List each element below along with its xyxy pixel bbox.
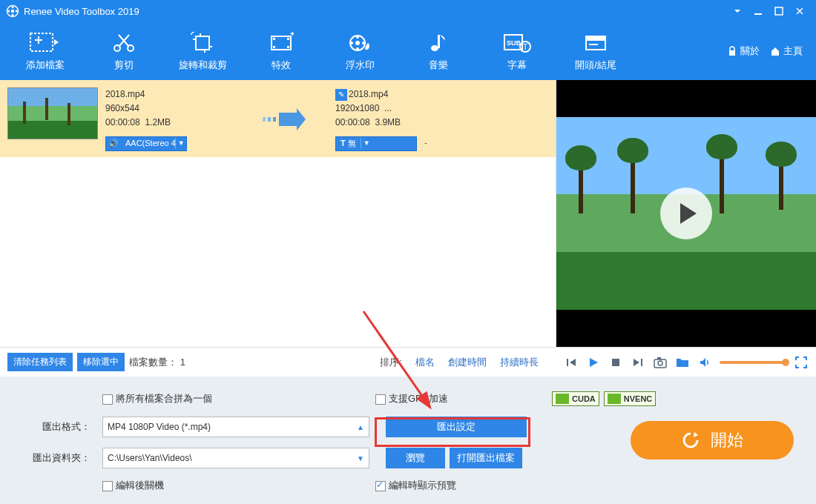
preview-checkbox[interactable]: 編輯時顯示預覽 (375, 479, 546, 492)
crop-icon (190, 30, 215, 56)
chevron-up-icon: ▲ (357, 423, 364, 431)
output-resolution: 1920x1080 ... (335, 102, 487, 116)
home-link[interactable]: 主頁 (770, 44, 803, 58)
nvidia-icon (556, 394, 569, 404)
svg-rect-34 (589, 44, 598, 45)
svg-point-1 (11, 10, 15, 13)
svg-point-3 (12, 14, 14, 16)
fullscreen-button[interactable] (794, 355, 809, 370)
clear-list-button[interactable]: 清除任務列表 (7, 353, 73, 371)
cut-button[interactable]: 剪切 (85, 30, 163, 72)
format-select[interactable]: MP4 1080P Video (*.mp4)▲ (102, 417, 369, 437)
svg-point-4 (7, 10, 10, 13)
rotate-crop-button[interactable]: 旋轉和裁剪 (163, 30, 242, 72)
export-panel: 將所有檔案合拼為一個 支援GPU加速 CUDA NVENC 匯出格式： MP4 … (0, 377, 816, 504)
play-button[interactable] (660, 188, 712, 239)
svg-rect-10 (38, 36, 39, 44)
file-count-label: 檔案數量： 1 (129, 356, 185, 369)
subtitle-track-select[interactable]: T 無▼ (335, 136, 417, 151)
refresh-icon (681, 431, 700, 450)
minimize-button[interactable] (748, 4, 769, 19)
stop-button[interactable] (608, 355, 623, 370)
svg-point-22 (356, 36, 359, 39)
nvenc-badge: NVENC (604, 391, 657, 406)
svg-point-26 (431, 45, 438, 51)
svg-rect-16 (273, 46, 275, 48)
file-list: 2018.mp4 960x544 00:00:08 1.2MB 🔊AAC(Ste… (0, 80, 556, 347)
gpu-checkbox[interactable]: 支援GPU加速 (375, 392, 448, 405)
sort-by-created[interactable]: 創建時間 (448, 356, 487, 369)
tool-label: 音樂 (429, 59, 448, 72)
svg-rect-27 (438, 35, 440, 48)
sort-by-duration[interactable]: 持續時長 (500, 356, 539, 369)
svg-rect-13 (196, 36, 209, 50)
chevron-down-icon: ▼ (361, 138, 372, 148)
svg-point-23 (356, 47, 359, 50)
maximize-button[interactable] (769, 4, 789, 19)
add-file-icon (29, 30, 62, 56)
about-link[interactable]: 關於 (727, 44, 760, 58)
format-label: 匯出格式： (7, 420, 96, 434)
watermark-icon (347, 30, 372, 56)
music-note-icon (427, 30, 450, 56)
shutdown-checkbox[interactable]: 編輯後關機 (102, 479, 369, 492)
remove-selected-button[interactable]: 移除選中 (77, 353, 125, 371)
play-control-button[interactable] (586, 355, 601, 370)
merge-checkbox[interactable]: 將所有檔案合拼為一個 (102, 392, 369, 405)
tool-label: 開頭/結尾 (575, 59, 616, 72)
audio-track-select[interactable]: 🔊AAC(Stereo 4▼ (105, 136, 187, 151)
add-file-button[interactable]: 添加檔案 (6, 30, 85, 72)
folder-label: 匯出資料夾： (7, 451, 96, 465)
svg-rect-15 (273, 38, 275, 40)
placeholder-dash: - (424, 136, 487, 150)
sort-by-name[interactable]: 檔名 (415, 356, 435, 369)
svg-text:✦: ✦ (289, 32, 294, 38)
file-row[interactable]: 2018.mp4 960x544 00:00:08 1.2MB 🔊AAC(Ste… (0, 80, 556, 157)
svg-point-21 (355, 41, 360, 45)
svg-point-2 (12, 6, 14, 8)
svg-point-43 (658, 361, 662, 365)
music-button[interactable]: 音樂 (399, 30, 478, 72)
open-export-button[interactable]: 打開匯出檔案 (450, 448, 522, 468)
svg-rect-41 (641, 359, 642, 366)
file-resolution: 960x544 (105, 102, 231, 116)
svg-rect-18 (287, 46, 289, 48)
chevron-down-icon: ▼ (357, 454, 364, 462)
svg-rect-40 (612, 359, 619, 366)
dropdown-menu-button[interactable] (727, 4, 748, 19)
tool-label: 剪切 (114, 59, 134, 72)
home-icon (770, 46, 780, 56)
volume-button[interactable] (697, 355, 712, 370)
tool-label: 浮水印 (346, 59, 375, 72)
lock-icon (727, 46, 737, 56)
folder-select[interactable]: C:\Users\Yan\Videos\▼ (102, 448, 369, 468)
chevron-down-icon: ▼ (175, 138, 186, 148)
subtitle-button[interactable]: SUBT 字幕 (478, 30, 556, 72)
edit-badge-icon: ✎ (335, 89, 347, 101)
intro-outro-button[interactable]: 開頭/結尾 (556, 30, 635, 72)
tool-label: 添加檔案 (26, 59, 65, 72)
svg-rect-6 (754, 13, 762, 15)
prev-button[interactable] (564, 355, 579, 370)
open-folder-button[interactable] (675, 355, 690, 370)
snapshot-button[interactable] (653, 355, 668, 370)
video-thumbnail (7, 87, 98, 139)
window-icon (583, 30, 608, 56)
volume-slider[interactable] (720, 361, 786, 364)
player-controls (556, 347, 816, 377)
close-button[interactable] (789, 4, 810, 19)
watermark-button[interactable]: 浮水印 (320, 30, 399, 72)
start-button[interactable]: 開始 (631, 421, 794, 460)
svg-rect-17 (287, 38, 289, 40)
svg-rect-8 (30, 33, 53, 51)
titlebar: Renee Video Toolbox 2019 (0, 0, 816, 22)
subtitle-icon: SUBT (503, 30, 531, 56)
svg-rect-37 (268, 117, 271, 122)
export-settings-button[interactable]: 匯出設定 (386, 417, 527, 437)
file-name: 2018.mp4 (105, 87, 231, 102)
main-toolbar: 添加檔案 剪切 旋轉和裁剪 ✦ 特效 浮水印 音樂 SUBT 字幕 開頭/結尾 … (0, 22, 816, 80)
svg-text:SUB: SUB (507, 39, 521, 47)
effects-button[interactable]: ✦ 特效 (242, 30, 320, 72)
next-button[interactable] (631, 355, 645, 370)
browse-button[interactable]: 瀏覽 (386, 448, 445, 468)
